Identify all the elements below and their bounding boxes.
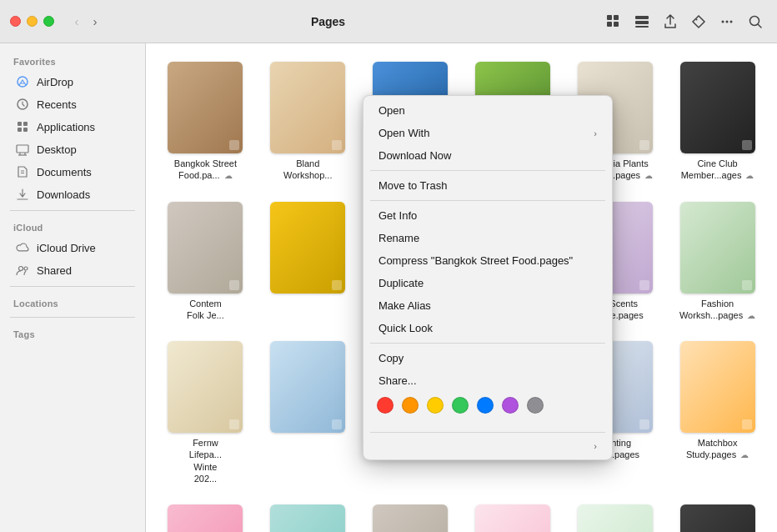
cm-separator-1 <box>370 170 605 171</box>
airdrop-icon <box>15 74 30 89</box>
favorites-header: Favorites <box>0 50 145 70</box>
cm-quick-actions[interactable]: › <box>365 436 610 456</box>
cm-tags[interactable] <box>365 419 610 429</box>
more-button[interactable] <box>715 10 739 33</box>
svg-rect-15 <box>18 122 22 126</box>
svg-rect-6 <box>635 26 649 28</box>
main-layout: Favorites AirDrop Recents Applications D… <box>0 43 777 532</box>
open-with-chevron-icon: › <box>594 128 597 138</box>
cm-separator-3 <box>370 343 605 344</box>
sidebar-item-desktop[interactable]: Desktop <box>5 138 140 160</box>
back-button[interactable]: ‹ <box>68 13 86 31</box>
divider-1 <box>10 210 135 211</box>
svg-point-8 <box>722 20 724 23</box>
forward-button[interactable]: › <box>86 13 104 31</box>
close-button[interactable] <box>10 16 21 27</box>
cm-open-with[interactable]: Open With › <box>365 122 610 144</box>
color-dot-1[interactable] <box>402 397 419 414</box>
tag-button[interactable] <box>687 10 710 33</box>
shared-icon <box>15 263 30 278</box>
shared-label: Shared <box>37 264 72 277</box>
tag-icon <box>691 14 706 29</box>
color-dot-2[interactable] <box>427 397 444 414</box>
grid-icon <box>606 14 621 29</box>
color-dot-6[interactable] <box>527 397 544 414</box>
svg-point-7 <box>696 18 698 20</box>
color-dot-0[interactable] <box>377 397 394 414</box>
sidebar-item-recents[interactable]: Recents <box>5 93 140 115</box>
svg-rect-17 <box>18 128 22 132</box>
share-icon <box>664 14 677 29</box>
divider-3 <box>10 317 135 318</box>
downloads-icon <box>15 187 30 202</box>
context-menu: Open Open With › Download Now Move to Tr… <box>363 95 613 460</box>
downloads-label: Downloads <box>37 188 90 201</box>
toolbar-icons <box>602 10 767 33</box>
svg-line-12 <box>758 24 761 28</box>
context-menu-overlay[interactable]: Open Open With › Download Now Move to Tr… <box>146 43 777 532</box>
svg-point-9 <box>726 20 729 23</box>
cm-compress[interactable]: Compress "Bangkok Street Food.pages" <box>365 249 610 272</box>
sidebar-item-applications[interactable]: Applications <box>5 116 140 138</box>
applications-icon <box>15 119 30 134</box>
applications-label: Applications <box>37 121 95 133</box>
color-dot-5[interactable] <box>502 397 519 414</box>
divider-2 <box>10 286 135 287</box>
window-controls <box>10 16 54 27</box>
cm-make-alias[interactable]: Make Alias <box>365 294 610 317</box>
cm-get-info[interactable]: Get Info <box>365 204 610 227</box>
svg-rect-3 <box>614 22 619 27</box>
svg-point-27 <box>24 267 28 270</box>
svg-rect-5 <box>635 21 649 24</box>
documents-icon <box>15 164 30 179</box>
documents-label: Documents <box>37 166 92 178</box>
cm-rename[interactable]: Rename <box>365 227 610 249</box>
svg-rect-0 <box>607 15 612 20</box>
svg-point-13 <box>18 77 28 87</box>
cm-separator-2 <box>370 200 605 201</box>
sidebar-item-downloads[interactable]: Downloads <box>5 183 140 205</box>
sidebar-item-documents[interactable]: Documents <box>5 161 140 183</box>
color-dot-4[interactable] <box>477 397 494 414</box>
search-button[interactable] <box>744 10 767 33</box>
content-area: Bangkok StreetFood.pa... ☁BlandWorkshop.… <box>146 43 777 532</box>
desktop-label: Desktop <box>37 143 77 156</box>
cm-share[interactable]: Share... <box>365 369 610 392</box>
maximize-button[interactable] <box>43 16 54 27</box>
svg-point-26 <box>19 267 23 271</box>
svg-rect-4 <box>635 16 649 19</box>
desktop-icon <box>15 142 30 157</box>
svg-rect-16 <box>23 122 28 126</box>
cm-duplicate[interactable]: Duplicate <box>365 272 610 294</box>
sidebar-item-shared[interactable]: Shared <box>5 259 140 281</box>
sidebar-item-airdrop[interactable]: AirDrop <box>5 71 140 93</box>
cm-copy[interactable]: Copy <box>365 347 610 369</box>
sidebar-item-icloud-drive[interactable]: iCloud Drive <box>5 237 140 258</box>
grid-view-button[interactable] <box>602 10 625 33</box>
icloud-drive-label: iCloud Drive <box>37 242 96 254</box>
share-button[interactable] <box>659 10 682 33</box>
cm-quick-look[interactable]: Quick Look <box>365 317 610 339</box>
icloud-drive-icon <box>15 240 30 255</box>
search-icon <box>748 14 763 29</box>
svg-rect-2 <box>607 22 612 27</box>
svg-rect-1 <box>614 15 619 20</box>
recents-icon <box>15 97 30 112</box>
cm-move-to-trash[interactable]: Move to Trash <box>365 174 610 197</box>
more-icon <box>719 14 734 29</box>
svg-point-10 <box>730 20 733 23</box>
tags-header: Tags <box>0 323 145 343</box>
color-dot-3[interactable] <box>452 397 469 414</box>
minimize-button[interactable] <box>27 16 38 27</box>
window-title: Pages <box>104 15 552 28</box>
titlebar: ‹ › Pages <box>0 0 777 43</box>
cm-download-now[interactable]: Download Now <box>365 144 610 167</box>
svg-rect-19 <box>17 145 28 153</box>
locations-header: Locations <box>0 292 145 312</box>
icloud-header: iCloud <box>0 216 145 236</box>
list-icon <box>634 14 649 29</box>
recents-label: Recents <box>37 98 77 111</box>
list-view-button[interactable] <box>630 10 654 33</box>
cm-open[interactable]: Open <box>365 99 610 122</box>
cm-separator-4 <box>370 432 605 433</box>
